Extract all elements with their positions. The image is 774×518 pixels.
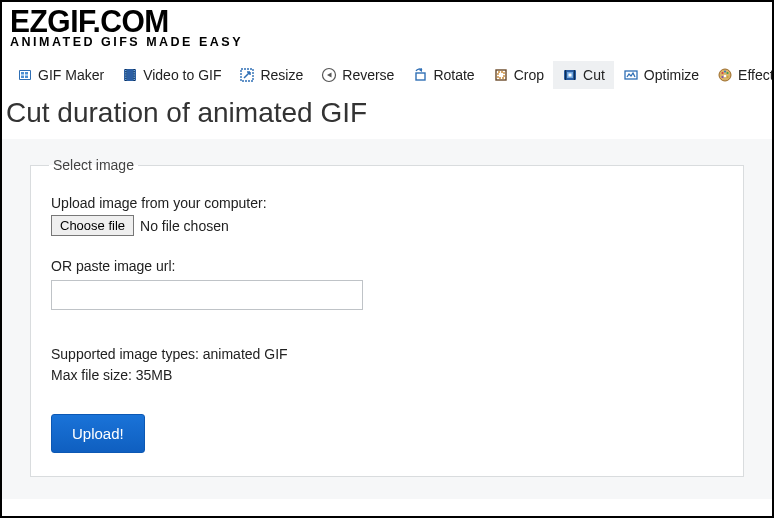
gif-maker-icon [17,67,33,83]
svg-rect-16 [134,74,136,75]
svg-rect-28 [569,74,572,77]
svg-rect-9 [125,70,127,71]
cut-icon [562,67,578,83]
rotate-icon [412,67,428,83]
select-image-fieldset: Select image Upload image from your comp… [30,157,744,477]
image-url-input[interactable] [51,280,363,310]
upload-block: Upload image from your computer: Choose … [51,195,723,236]
svg-point-31 [721,72,723,74]
nav-label: Effects [738,67,774,83]
nav-gif-maker[interactable]: GIF Maker [8,61,113,89]
svg-rect-4 [21,76,24,79]
svg-rect-13 [125,79,127,80]
effects-icon [717,67,733,83]
svg-rect-25 [565,70,566,80]
nav-video-to-gif[interactable]: Video to GIF [113,61,230,89]
svg-rect-26 [574,70,575,80]
svg-point-34 [726,76,728,78]
svg-point-32 [724,70,726,72]
video-to-gif-icon [122,67,138,83]
fieldset-legend: Select image [49,157,138,173]
content-area: Select image Upload image from your comp… [2,139,772,499]
svg-rect-17 [134,77,136,78]
nav-optimize[interactable]: Optimize [614,61,708,89]
nav-label: GIF Maker [38,67,104,83]
svg-point-35 [721,76,723,78]
optimize-icon [623,67,639,83]
nav-label: Video to GIF [143,67,221,83]
svg-point-33 [726,72,728,74]
no-file-chosen-text: No file chosen [140,218,229,234]
nav-crop[interactable]: Crop [484,61,553,89]
svg-rect-12 [125,77,127,78]
url-label: OR paste image url: [51,258,723,274]
choose-file-button[interactable]: Choose file [51,215,134,236]
nav-label: Cut [583,67,605,83]
crop-icon [493,67,509,83]
upload-label: Upload image from your computer: [51,195,723,211]
nav-reverse[interactable]: Reverse [312,61,403,89]
logo-title: EZGIF.COM [10,5,764,37]
main-nav: GIF Maker Video to GIF [2,61,772,89]
svg-rect-2 [21,72,24,75]
svg-rect-5 [25,76,28,79]
nav-label: Rotate [433,67,474,83]
reverse-icon [321,67,337,83]
nav-label: Reverse [342,67,394,83]
nav-rotate[interactable]: Rotate [403,61,483,89]
svg-rect-14 [134,70,136,71]
svg-rect-10 [125,72,127,73]
max-size-text: Max file size: 35MB [51,365,723,386]
nav-label: Crop [514,67,544,83]
nav-effects[interactable]: Effects [708,61,774,89]
supported-types-text: Supported image types: animated GIF [51,344,723,365]
svg-rect-15 [134,72,136,73]
nav-cut[interactable]: Cut [553,61,614,89]
nav-label: Resize [260,67,303,83]
nav-label: Optimize [644,67,699,83]
svg-rect-11 [125,74,127,75]
url-block: OR paste image url: [51,258,723,310]
svg-rect-23 [498,72,504,78]
nav-resize[interactable]: Resize [230,61,312,89]
svg-rect-3 [25,72,28,75]
svg-point-36 [724,75,727,78]
logo: EZGIF.COM ANIMATED GIFS MADE EASY [2,2,772,49]
svg-rect-18 [134,79,136,80]
resize-icon [239,67,255,83]
upload-button[interactable]: Upload! [51,414,145,453]
support-info: Supported image types: animated GIF Max … [51,344,723,386]
page-title: Cut duration of animated GIF [6,97,772,129]
svg-rect-21 [416,73,425,80]
